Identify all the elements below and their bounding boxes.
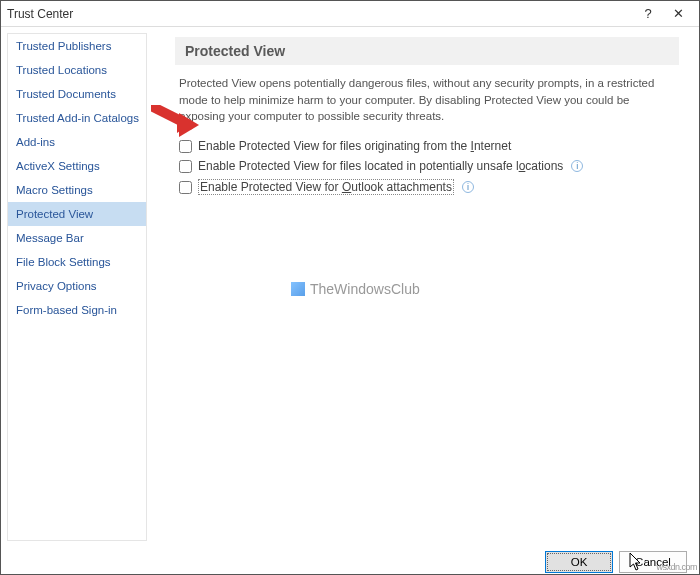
section-description: Protected View opens potentially dangero… [175,75,679,125]
section-header: Protected View [175,37,679,65]
sidebar-item-file-block-settings[interactable]: File Block Settings [8,250,146,274]
svg-marker-0 [179,113,199,137]
watermark-logo-icon [291,282,305,296]
cursor-icon [629,552,643,572]
annotation-arrow-icon [151,105,201,145]
option-unsafe-locations[interactable]: Enable Protected View for files located … [179,159,679,173]
sidebar-item-trusted-addin-catalogs[interactable]: Trusted Add-in Catalogs [8,106,146,130]
sidebar-item-trusted-publishers[interactable]: Trusted Publishers [8,34,146,58]
checkbox-outlook-attachments[interactable] [179,181,192,194]
option-label: Enable Protected View for files located … [198,159,563,173]
info-icon[interactable]: i [571,160,583,172]
sidebar-item-activex-settings[interactable]: ActiveX Settings [8,154,146,178]
sidebar-item-trusted-documents[interactable]: Trusted Documents [8,82,146,106]
info-icon[interactable]: i [462,181,474,193]
option-internet-files[interactable]: Enable Protected View for files originat… [179,139,679,153]
checkbox-unsafe-locations[interactable] [179,160,192,173]
sidebar-item-form-based-signin[interactable]: Form-based Sign-in [8,298,146,322]
main-panel: Protected View Protected View opens pote… [147,27,699,547]
sidebar-item-privacy-options[interactable]: Privacy Options [8,274,146,298]
sidebar-item-protected-view[interactable]: Protected View [8,202,146,226]
ok-button[interactable]: OK [545,551,613,573]
footer: OK Cancel [1,547,699,575]
watermark: TheWindowsClub [291,281,420,297]
help-button[interactable]: ? [633,6,663,21]
titlebar: Trust Center ? ✕ [1,1,699,27]
sidebar-item-macro-settings[interactable]: Macro Settings [8,178,146,202]
option-label: Enable Protected View for Outlook attach… [198,179,454,195]
sidebar: Trusted Publishers Trusted Locations Tru… [7,33,147,541]
close-button[interactable]: ✕ [663,6,693,21]
watermark-text: TheWindowsClub [310,281,420,297]
sidebar-item-trusted-locations[interactable]: Trusted Locations [8,58,146,82]
sidebar-item-message-bar[interactable]: Message Bar [8,226,146,250]
option-label: Enable Protected View for files originat… [198,139,511,153]
corner-text: wsxdn.com [656,562,697,572]
window-title: Trust Center [7,7,633,21]
sidebar-item-addins[interactable]: Add-ins [8,130,146,154]
option-outlook-attachments[interactable]: Enable Protected View for Outlook attach… [179,179,679,195]
